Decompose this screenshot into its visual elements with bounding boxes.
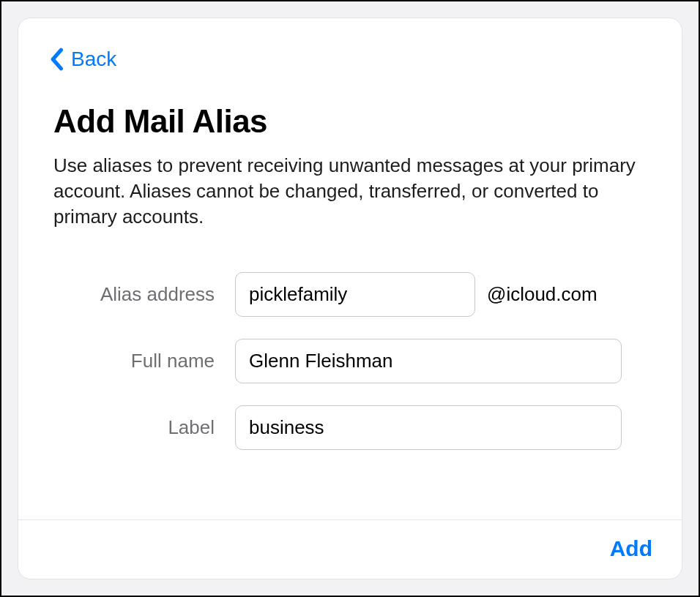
back-label: Back <box>71 48 116 71</box>
card-body: Back Add Mail Alias Use aliases to preve… <box>18 18 682 519</box>
label-row: Label <box>53 405 647 450</box>
alias-input-wrap: @icloud.com <box>235 272 647 317</box>
alias-address-input[interactable] <box>235 272 475 317</box>
label-input-wrap <box>235 405 647 450</box>
full-name-row: Full name <box>53 339 647 383</box>
full-name-input[interactable] <box>235 339 622 383</box>
full-name-input-wrap <box>235 339 647 383</box>
chevron-left-icon <box>49 48 64 71</box>
page-title: Add Mail Alias <box>53 103 647 140</box>
label-field-label: Label <box>53 416 235 439</box>
full-name-label: Full name <box>53 350 235 372</box>
dialog-footer: Add <box>18 519 682 579</box>
add-button[interactable]: Add <box>610 536 652 561</box>
page-description: Use aliases to prevent receiving unwante… <box>53 153 647 230</box>
label-input[interactable] <box>235 405 622 450</box>
alias-domain-suffix: @icloud.com <box>487 283 597 306</box>
alias-address-label: Alias address <box>53 283 235 306</box>
back-button[interactable]: Back <box>49 48 116 71</box>
dialog-card: Back Add Mail Alias Use aliases to preve… <box>18 18 682 579</box>
alias-address-row: Alias address @icloud.com <box>53 272 647 317</box>
